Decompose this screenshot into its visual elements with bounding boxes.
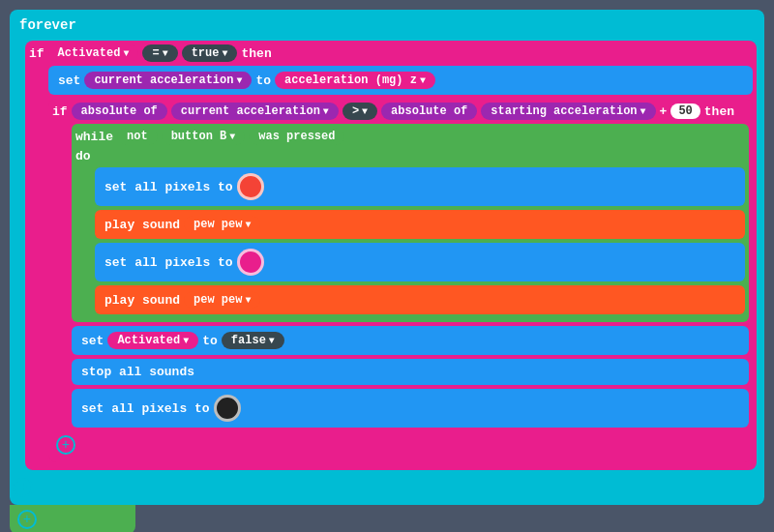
plus-label: + (660, 104, 668, 119)
black-circle[interactable] (214, 395, 241, 422)
gt-pill[interactable]: > ▼ (342, 103, 377, 120)
do-label: do (75, 149, 91, 163)
accel-mg-arrow: ▼ (420, 75, 426, 86)
magenta-circle[interactable] (237, 249, 264, 276)
to-label-1: to (255, 74, 271, 88)
abs1-pill: absolute of (72, 103, 167, 120)
button-b-arrow: ▼ (229, 132, 235, 142)
to-label-2: to (202, 334, 218, 348)
while-keyword: while (75, 130, 113, 144)
true-arrow: ▼ (222, 48, 227, 59)
start-accel-pill[interactable]: starting acceleration ▼ (481, 103, 655, 120)
do-row: do (75, 149, 745, 163)
add-row-if2: + (52, 431, 749, 458)
set-pixels-red[interactable]: set all pixels to (95, 167, 745, 206)
set-activated-block[interactable]: set Activated ▼ to false ▼ (72, 326, 749, 355)
add-row-forever: + (10, 474, 764, 501)
forever-label: forever (10, 14, 764, 37)
set-pixels-label-2: set all pixels to (104, 255, 233, 270)
operator-pill[interactable]: = ▼ (142, 44, 177, 62)
while-row: while not button B ▼ was (75, 128, 745, 145)
start-accel-arrow: ▼ (640, 106, 646, 117)
stop-sounds-block[interactable]: stop all sounds (72, 359, 749, 385)
if-keyword-2: if (52, 104, 68, 119)
abs2-pill: absolute of (381, 103, 477, 120)
add-button-bottom[interactable]: + (17, 510, 37, 529)
gt-arrow: ▼ (362, 106, 368, 117)
add-button-forever[interactable]: + (14, 478, 33, 497)
if-1-content: set current acceleration ▼ to accelerati… (48, 66, 753, 462)
if-block-1[interactable]: if Activated ▼ = ▼ true ▼ then (25, 41, 757, 470)
set-pixels-label-1: set all pixels to (104, 180, 233, 194)
if-row-1: if Activated ▼ = ▼ true ▼ then (29, 44, 753, 62)
not-pill: not (117, 128, 158, 145)
red-circle[interactable] (237, 173, 264, 200)
current-accel-pill[interactable]: current acceleration ▼ (84, 72, 252, 89)
activated-arrow-2: ▼ (183, 336, 189, 346)
was-pressed-pill: was pressed (249, 128, 344, 145)
set-pixels-magenta[interactable]: set all pixels to (95, 243, 745, 281)
cur-accel-arrow2: ▼ (323, 106, 329, 117)
play-sound-2[interactable]: play sound pew pew ▼ (95, 285, 745, 314)
accel-mg-pill[interactable]: acceleration (mg) z ▼ (275, 72, 435, 89)
set-acceleration-block[interactable]: set current acceleration ▼ to accelerati… (48, 66, 753, 95)
cur-accel-pill2[interactable]: current acceleration ▼ (171, 103, 339, 120)
activated-pill[interactable]: Activated ▼ (48, 44, 139, 62)
then-keyword-1: then (241, 46, 271, 61)
set-pixels-black[interactable]: set all pixels to (72, 389, 749, 428)
number-50[interactable]: 50 (670, 103, 700, 119)
current-accel-arrow: ▼ (236, 75, 242, 86)
if-keyword-1: if (29, 46, 45, 61)
pew-pew-pill-2[interactable]: pew pew ▼ (184, 291, 260, 309)
if-row-2: if absolute of current acceleration ▼ > … (52, 103, 749, 120)
stop-sounds-label: stop all sounds (81, 365, 194, 379)
operator-arrow: ▼ (163, 48, 168, 59)
set-pixels-label-3: set all pixels to (81, 401, 210, 416)
true-pill[interactable]: true ▼ (182, 44, 238, 62)
activated-pill-2[interactable]: Activated ▼ (107, 332, 198, 349)
workspace: forever if Activated ▼ = ▼ true ▼ (10, 10, 764, 532)
set-label-1: set (58, 74, 80, 88)
then-keyword-2: then (704, 104, 734, 119)
forever-block[interactable]: forever if Activated ▼ = ▼ true ▼ (10, 10, 764, 505)
false-pill[interactable]: false ▼ (222, 332, 284, 349)
if-block-2[interactable]: if absolute of current acceleration ▼ > … (48, 99, 753, 462)
pew2-arrow: ▼ (245, 295, 251, 306)
play-sound-1[interactable]: play sound pew pew ▼ (95, 210, 745, 239)
pew1-arrow: ▼ (245, 220, 251, 230)
while-container[interactable]: while not button B ▼ was (72, 124, 749, 322)
play-sound-label-1: play sound (104, 218, 180, 232)
do-content: set all pixels to play sound pew pew (95, 167, 745, 314)
add-button-if2[interactable]: + (56, 435, 75, 455)
pew-pew-pill-1[interactable]: pew pew ▼ (184, 216, 260, 233)
false-arrow: ▼ (269, 336, 275, 346)
green-bottom-cap: + (10, 505, 135, 532)
button-b-pill[interactable]: button B ▼ (162, 128, 246, 145)
if-2-content: while not button B ▼ was (72, 124, 749, 428)
activated-arrow: ▼ (123, 48, 129, 59)
set-label-2: set (81, 334, 104, 348)
play-sound-label-2: play sound (104, 293, 180, 308)
